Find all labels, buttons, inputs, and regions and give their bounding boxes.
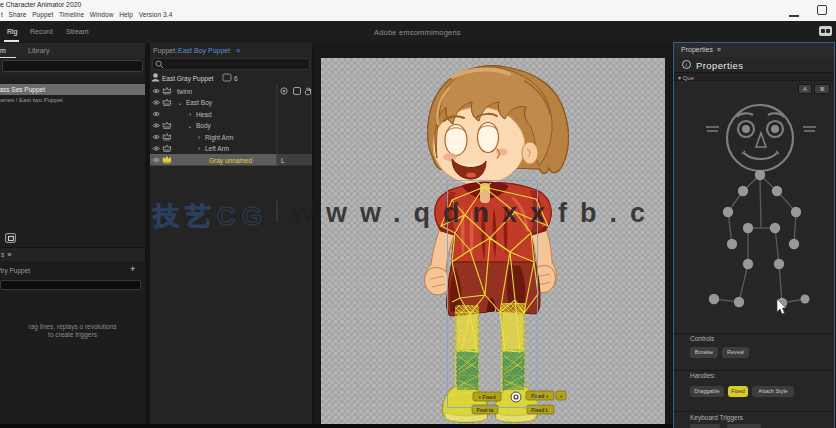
svg-text:Left Arm: Left Arm <box>205 145 229 152</box>
svg-text:⌄: ⌄ <box>177 99 182 106</box>
svg-text:+: + <box>560 393 563 399</box>
svg-text:East Gray Puppet: East Gray Puppet <box>162 75 213 83</box>
svg-text:Body: Body <box>196 122 212 130</box>
svg-text:twinn: twinn <box>177 88 193 95</box>
svg-text:Right Arm: Right Arm <box>205 134 234 142</box>
svg-text:Gray unnamed: Gray unnamed <box>209 157 252 165</box>
svg-text:›: › <box>198 134 200 141</box>
svg-text:L: L <box>281 157 285 164</box>
svg-text:›: › <box>198 145 200 152</box>
svg-text:East Boy: East Boy <box>186 99 213 107</box>
svg-text:›: › <box>189 111 191 118</box>
svg-text:⌄: ⌄ <box>187 122 192 129</box>
svg-text:Head: Head <box>196 111 212 118</box>
svg-text:6: 6 <box>234 75 238 82</box>
